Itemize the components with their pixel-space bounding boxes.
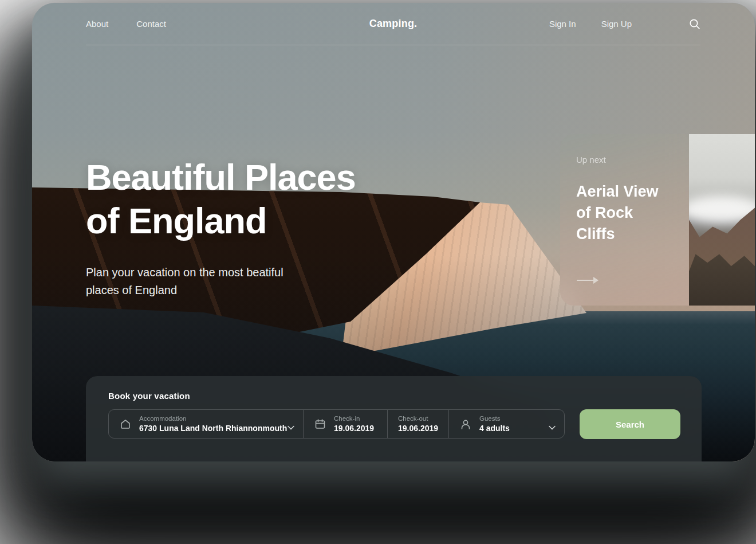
nav-link-sign-up[interactable]: Sign Up xyxy=(601,19,632,29)
field-value: 19.06.2019 xyxy=(398,424,438,433)
field-label: Guests xyxy=(479,415,510,422)
chevron-down-icon[interactable] xyxy=(549,422,556,426)
check-out-text: Check-out 19.06.2019 xyxy=(398,415,438,433)
check-in-text: Check-in 19.06.2019 xyxy=(334,415,374,433)
hero-copy: Beautiful Placesof England Plan your vac… xyxy=(86,155,356,299)
field-label: Accommodation xyxy=(139,415,287,422)
nav-right-links: Sign In Sign Up xyxy=(549,18,700,30)
guests-field[interactable]: Guests 4 adults xyxy=(448,410,564,438)
field-value: 6730 Luna Land North Rhiannonmouth xyxy=(139,424,287,433)
home-icon xyxy=(119,418,132,430)
arrow-right-icon[interactable] xyxy=(576,276,599,284)
up-next-kicker: Up next xyxy=(576,155,675,165)
nav-link-contact[interactable]: Contact xyxy=(136,19,166,29)
up-next-card[interactable]: Up next Aerial View of Rock Cliffs xyxy=(560,134,755,306)
user-icon xyxy=(459,418,472,430)
check-out-field[interactable]: Check-out 19.06.2019 xyxy=(387,410,448,438)
nav-link-sign-in[interactable]: Sign In xyxy=(549,19,576,29)
field-value: 19.06.2019 xyxy=(334,424,374,433)
top-nav: About Contact Camping. Sign In Sign Up xyxy=(86,3,700,45)
booking-heading: Book your vacation xyxy=(108,391,702,401)
up-next-glass-panel: Up next Aerial View of Rock Cliffs xyxy=(560,134,689,306)
hero-title-line2: of England xyxy=(86,201,266,241)
nav-left-links: About Contact xyxy=(86,19,166,29)
booking-form: Accommodation 6730 Luna Land North Rhian… xyxy=(108,409,565,439)
hero-subtitle: Plan your vacation on the most beatiful … xyxy=(86,264,315,299)
field-value: 4 adults xyxy=(479,424,510,433)
guests-text: Guests 4 adults xyxy=(479,415,510,433)
up-next-title: Aerial View of Rock Cliffs xyxy=(576,181,674,245)
hero-title: Beautiful Placesof England xyxy=(86,155,356,242)
field-label: Check-out xyxy=(398,415,438,422)
nav-link-about[interactable]: About xyxy=(86,19,108,29)
landing-page-card: About Contact Camping. Sign In Sign Up B… xyxy=(32,3,755,461)
accommodation-text: Accommodation 6730 Luna Land North Rhian… xyxy=(139,415,287,433)
accommodation-field[interactable]: Accommodation 6730 Luna Land North Rhian… xyxy=(109,410,303,438)
check-in-field[interactable]: Check-in 19.06.2019 xyxy=(303,410,387,438)
hero-title-line1: Beautiful Places xyxy=(86,157,356,197)
search-button[interactable]: Search xyxy=(580,409,680,439)
search-icon[interactable] xyxy=(689,18,700,30)
booking-form-row: Accommodation 6730 Luna Land North Rhian… xyxy=(108,409,702,439)
calendar-icon xyxy=(314,418,326,430)
field-label: Check-in xyxy=(334,415,374,422)
logo[interactable]: Camping. xyxy=(369,18,418,30)
booking-panel: Book your vacation Accommodation 6730 Lu… xyxy=(86,376,702,461)
up-next-thumbnail-mountains xyxy=(689,134,755,306)
chevron-down-icon[interactable] xyxy=(288,422,294,426)
